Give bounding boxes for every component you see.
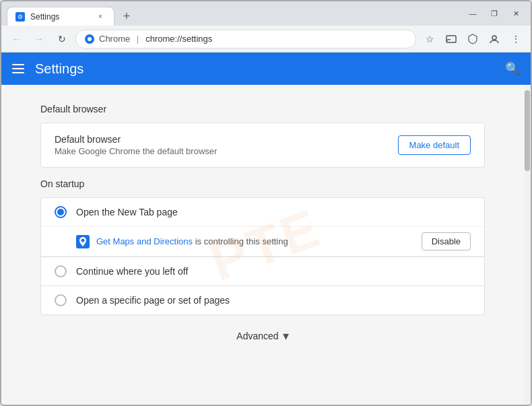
active-tab[interactable]: ⚙ Settings × [7, 7, 114, 26]
new-tab-button[interactable]: + [117, 7, 136, 26]
browser-menu-icon[interactable]: ⋮ [506, 30, 525, 48]
advanced-button[interactable]: Advanced ▾ [236, 329, 288, 343]
radio-label-specific: Open a specific page or set of pages [76, 295, 230, 306]
browser-window: ⚙ Settings × + — ❐ ✕ ← → ↻ Chrome | chro… [0, 0, 532, 406]
title-bar: ⚙ Settings × + — ❐ ✕ [1, 1, 531, 26]
radio-label-continue: Continue where you left off [76, 266, 188, 277]
radio-option-specific[interactable]: Open a specific page or set of pages [41, 286, 484, 314]
cast-icon[interactable] [442, 30, 461, 48]
radio-circle-new-tab [55, 206, 67, 218]
svg-point-5 [81, 238, 85, 242]
window-controls: — ❐ ✕ [463, 4, 525, 23]
extension-control-text: Get Maps and Directions is controlling t… [96, 236, 415, 246]
settings-search-icon[interactable]: 🔍 [505, 61, 520, 76]
make-default-button[interactable]: Make default [398, 135, 471, 155]
radio-circle-specific [55, 294, 67, 306]
restore-button[interactable]: ❐ [485, 4, 504, 23]
scrollbar-thumb[interactable] [525, 90, 530, 171]
address-url: chrome://settings [145, 34, 212, 44]
radio-inner-new-tab [57, 209, 64, 215]
startup-card: Open the New Tab page Get Maps and Direc… [40, 197, 485, 315]
svg-point-3 [492, 36, 496, 40]
default-browser-primary: Default browser [55, 134, 390, 145]
forward-button[interactable]: → [30, 30, 48, 48]
address-site-name: Chrome [99, 34, 133, 44]
bookmark-icon[interactable]: ☆ [420, 30, 439, 48]
on-startup-section-title: On startup [40, 178, 485, 189]
reload-button[interactable]: ↻ [53, 30, 71, 48]
svg-point-1 [88, 37, 92, 41]
shield-icon[interactable] [463, 30, 482, 48]
menu-line-2 [12, 68, 24, 69]
svg-rect-2 [446, 36, 456, 42]
scrollbar-track[interactable] [524, 85, 531, 405]
tab-favicon: ⚙ [15, 12, 25, 22]
address-actions: ☆ ⋮ [420, 30, 525, 48]
default-browser-section-title: Default browser [40, 104, 485, 114]
settings-body: PTE Default browser Default browser Make… [1, 85, 531, 405]
advanced-label: Advanced [236, 331, 278, 341]
radio-label-new-tab: Open the New Tab page [76, 207, 178, 217]
settings-content: PTE Default browser Default browser Make… [13, 85, 512, 405]
close-window-button[interactable]: ✕ [506, 4, 525, 23]
hamburger-menu-icon[interactable] [12, 64, 24, 73]
radio-option-new-tab[interactable]: Open the New Tab page [41, 198, 484, 226]
default-browser-row: Default browser Make Google Chrome the d… [41, 123, 484, 167]
chrome-site-icon [84, 34, 95, 44]
radio-option-continue[interactable]: Continue where you left off [41, 257, 484, 285]
settings-page-title: Settings [35, 61, 494, 77]
address-display[interactable]: Chrome | chrome://settings [75, 30, 416, 48]
tab-close-button[interactable]: × [95, 11, 106, 22]
tab-label: Settings [30, 12, 59, 22]
tab-area: ⚙ Settings × + [7, 1, 463, 26]
profile-icon[interactable] [485, 30, 504, 48]
extension-control-suffix: is controlling this setting [193, 236, 288, 246]
settings-header: Settings 🔍 [1, 53, 531, 85]
extension-icon [76, 235, 90, 248]
default-browser-card: Default browser Make Google Chrome the d… [40, 123, 485, 168]
address-bar: ← → ↻ Chrome | chrome://settings ☆ [1, 26, 531, 53]
back-button[interactable]: ← [7, 30, 26, 48]
advanced-chevron-icon: ▾ [283, 329, 289, 343]
default-browser-secondary: Make Google Chrome the default browser [55, 146, 390, 156]
minimize-button[interactable]: — [463, 4, 482, 23]
extension-control-row: Get Maps and Directions is controlling t… [41, 226, 484, 257]
disable-extension-button[interactable]: Disable [422, 232, 471, 250]
radio-circle-continue [55, 265, 67, 277]
address-separator: | [137, 34, 139, 44]
default-browser-text: Default browser Make Google Chrome the d… [55, 134, 390, 156]
menu-line-3 [12, 72, 24, 73]
extension-name-link[interactable]: Get Maps and Directions [96, 236, 193, 246]
advanced-area: Advanced ▾ [40, 315, 485, 364]
menu-line-1 [12, 64, 24, 65]
